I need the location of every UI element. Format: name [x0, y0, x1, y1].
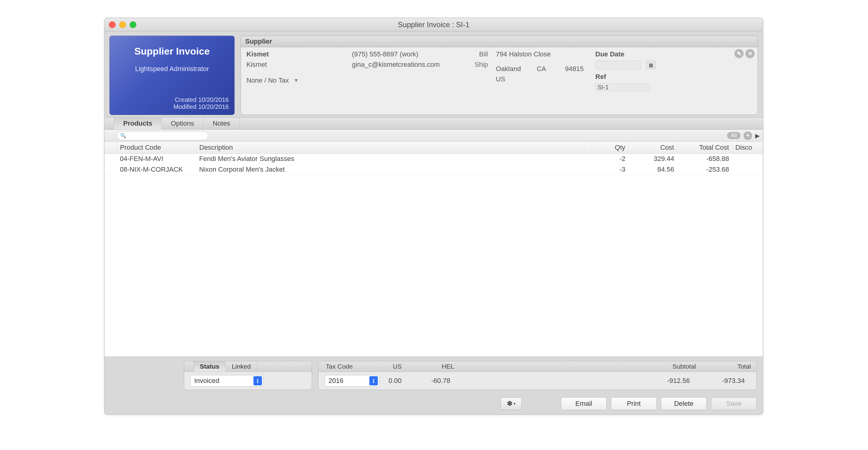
status-value: Invoiced — [194, 377, 219, 385]
col-qty[interactable]: Qty — [592, 142, 628, 154]
email-button[interactable]: Email — [561, 397, 607, 410]
total-value: -973.34 — [695, 377, 750, 385]
due-date-label: Due Date — [595, 50, 656, 58]
hel-label: HEL — [434, 361, 501, 372]
taxcode-value: 2016 — [329, 377, 343, 385]
linked-tab[interactable]: Linked — [226, 361, 257, 372]
supplier-header: Supplier — [241, 36, 757, 47]
tab-options[interactable]: Options — [162, 118, 204, 129]
cell-total: -253.68 — [677, 164, 732, 175]
cell-code: 08-NIX-M-CORJACK — [117, 164, 196, 175]
subtotal-label: Subtotal — [641, 361, 702, 372]
supplier-panel: Supplier ✎ ✕ Kismet Kismet None / No Tax… — [241, 36, 758, 115]
ref-value: SI-1 — [597, 84, 609, 91]
supplier-email: gina_c@kismetcreations.com — [352, 61, 462, 69]
search-input[interactable] — [128, 132, 205, 139]
calendar-icon[interactable]: ▦ — [646, 61, 656, 69]
cell-cost: 329.44 — [628, 154, 677, 164]
filter-all-button[interactable]: All — [727, 132, 741, 139]
clear-icon[interactable]: ✕ — [745, 49, 754, 58]
modified-label: Modified — [174, 103, 197, 110]
address-zip: 94815 — [565, 65, 584, 73]
stepper-icon: ▲▼ — [369, 376, 378, 385]
cell-desc: Nixon Corporal Men's Jacket — [196, 164, 592, 175]
doc-badge-title: Supplier Invoice — [115, 46, 229, 57]
col-description[interactable]: Description — [196, 142, 592, 154]
window-title: Supplier Invoice : SI-1 — [104, 21, 763, 29]
bill-label: Bill — [470, 50, 488, 58]
expand-icon[interactable]: ▶ — [755, 132, 760, 139]
window-close-button[interactable] — [109, 21, 116, 28]
window-minimize-button[interactable] — [119, 21, 126, 28]
hel-value: -60.78 — [428, 377, 495, 385]
total-label: Total — [702, 361, 756, 372]
window-zoom-button[interactable] — [130, 21, 136, 28]
ref-label: Ref — [595, 73, 656, 81]
ship-label: Ship — [470, 61, 488, 69]
supplier-name-2: Kismet — [246, 61, 344, 69]
save-button: Save — [711, 397, 757, 410]
cell-qty: -3 — [592, 164, 628, 175]
created-label: Created — [175, 96, 196, 103]
address-state: CA — [537, 65, 546, 73]
tab-notes[interactable]: Notes — [204, 118, 240, 129]
cell-cost: 84.56 — [628, 164, 677, 175]
supplier-name-1: Kismet — [246, 50, 344, 58]
us-label: US — [385, 361, 434, 372]
taxcode-label: Tax Code — [318, 361, 385, 372]
address-country: US — [496, 75, 587, 83]
cell-disc — [732, 154, 763, 164]
cell-desc: Fendi Men's Aviator Sunglasses — [196, 154, 592, 164]
delete-button[interactable]: Delete — [661, 397, 707, 410]
search-icon: 🔍 — [120, 133, 126, 138]
app-window: Supplier Invoice : SI-1 Supplier Invoice… — [104, 18, 763, 415]
due-date-field[interactable] — [595, 61, 641, 69]
doc-badge-user: Lightspeed Administrator — [115, 65, 229, 73]
supplier-tax: None / No Tax — [246, 76, 289, 85]
stepper-icon: ▲▼ — [253, 376, 262, 385]
add-line-button[interactable]: + — [744, 131, 752, 140]
tab-strip: Products Options Notes — [104, 117, 763, 130]
titlebar: Supplier Invoice : SI-1 — [104, 18, 763, 31]
edit-icon[interactable]: ✎ — [735, 49, 744, 58]
status-select[interactable]: Invoiced ▲▼ — [190, 375, 264, 387]
col-total-cost[interactable]: Total Cost — [677, 142, 732, 154]
doc-badge: Supplier Invoice Lightspeed Administrato… — [110, 36, 235, 115]
col-cost[interactable]: Cost — [628, 142, 677, 154]
ref-field[interactable]: SI-1 — [595, 83, 650, 91]
search-box[interactable]: 🔍 — [117, 131, 208, 140]
tax-dropdown-icon[interactable]: ▼ — [294, 78, 299, 85]
table-row[interactable]: 04-FEN-M-AVIFendi Men's Aviator Sunglass… — [104, 154, 763, 164]
modified-date: 10/20/2016 — [198, 103, 229, 110]
col-product-code[interactable]: Product Code — [117, 142, 196, 154]
address-line-1: 794 Halston Close — [496, 50, 587, 58]
cell-code: 04-FEN-M-AVI — [117, 154, 196, 164]
col-discount[interactable]: Disco — [732, 142, 763, 154]
table-row[interactable]: 08-NIX-M-CORJACKNixon Corporal Men's Jac… — [104, 164, 763, 175]
created-date: 10/20/2016 — [198, 96, 229, 103]
cell-total: -658.88 — [677, 154, 732, 164]
cell-qty: -2 — [592, 154, 628, 164]
subtotal-value: -912.56 — [634, 377, 695, 385]
us-value: 0.00 — [379, 377, 428, 385]
taxcode-select[interactable]: 2016 ▲▼ — [324, 375, 379, 387]
products-table: Product Code Description Qty Cost Total … — [104, 142, 763, 357]
cell-disc — [732, 164, 763, 175]
status-tab[interactable]: Status — [193, 361, 226, 372]
tab-products[interactable]: Products — [114, 118, 162, 129]
gear-menu-button[interactable]: ✽▾ — [500, 397, 522, 410]
print-button[interactable]: Print — [611, 397, 657, 410]
supplier-phone: (975) 555-8697 (work) — [352, 50, 462, 58]
address-city: Oakland — [496, 65, 521, 73]
